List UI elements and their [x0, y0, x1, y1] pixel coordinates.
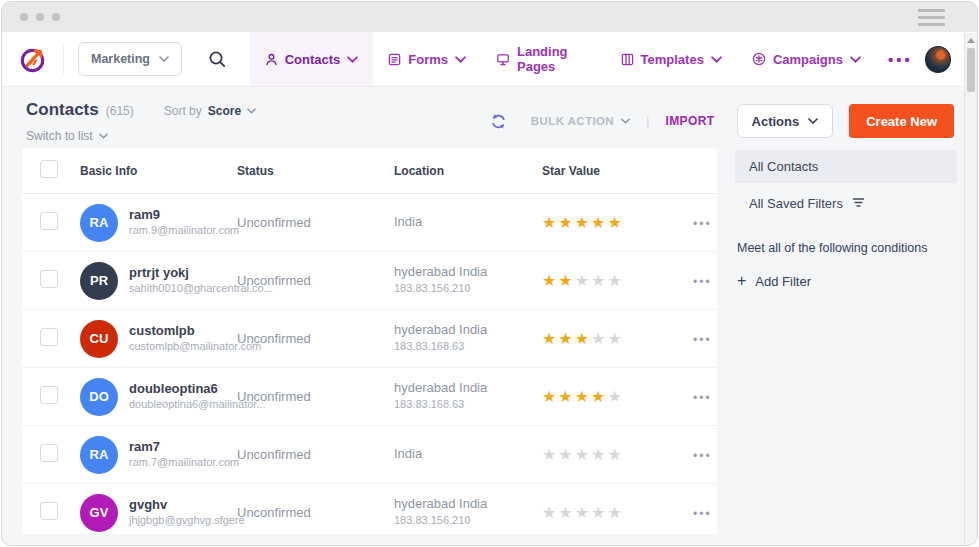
- star-empty-icon[interactable]: ★: [575, 273, 589, 289]
- create-new-button[interactable]: Create New: [849, 104, 954, 138]
- row-checkbox[interactable]: [40, 444, 58, 462]
- star-filled-icon[interactable]: ★: [607, 215, 621, 231]
- nav-menu-item[interactable]: Forms: [373, 32, 481, 86]
- star-empty-icon[interactable]: ★: [607, 447, 621, 463]
- row-menu-button[interactable]: [687, 500, 717, 526]
- chevron-down-icon: [99, 133, 108, 139]
- import-button[interactable]: IMPORT: [665, 114, 714, 128]
- star-filled-icon[interactable]: ★: [542, 273, 556, 289]
- person-icon: [265, 53, 278, 66]
- contact-avatar: CU: [80, 320, 118, 358]
- template-icon: [621, 53, 634, 66]
- row-menu-button[interactable]: [687, 384, 717, 410]
- engagebay-logo[interactable]: [18, 32, 63, 86]
- row-menu-button[interactable]: [687, 210, 717, 236]
- nav-more-button[interactable]: [876, 32, 925, 86]
- chevron-down-icon: [808, 118, 818, 124]
- star-filled-icon[interactable]: ★: [542, 331, 556, 347]
- browser-menu-icon[interactable]: [918, 9, 945, 26]
- star-empty-icon[interactable]: ★: [558, 447, 572, 463]
- add-filter-button[interactable]: + Add Filter: [737, 272, 955, 290]
- star-filled-icon[interactable]: ★: [558, 273, 572, 289]
- star-empty-icon[interactable]: ★: [591, 273, 605, 289]
- chevron-down-icon: [455, 56, 466, 63]
- contact-row[interactable]: CU customlpb customlpb@mailinator.com Un…: [22, 310, 717, 368]
- chevron-down-icon: [711, 56, 722, 63]
- star-empty-icon[interactable]: ★: [542, 447, 556, 463]
- contact-status: Unconfirmed: [237, 331, 394, 346]
- scrollbar-thumb[interactable]: [967, 48, 975, 92]
- contact-ip: 183.83.168.63: [394, 397, 542, 412]
- star-empty-icon[interactable]: ★: [575, 447, 589, 463]
- contact-avatar: PR: [80, 262, 118, 300]
- star-empty-icon[interactable]: ★: [607, 389, 621, 405]
- row-checkbox[interactable]: [40, 212, 58, 230]
- page-title: Contacts: [26, 100, 99, 120]
- star-filled-icon[interactable]: ★: [591, 215, 605, 231]
- contact-location: hyderabad India: [394, 380, 542, 397]
- star-rating: ★★★★★: [542, 447, 687, 463]
- contact-email: ram.7@mailinator.com: [129, 455, 239, 469]
- sort-by-dropdown[interactable]: Sort by Score: [164, 104, 256, 118]
- row-menu-button[interactable]: [687, 268, 717, 294]
- star-empty-icon[interactable]: ★: [607, 505, 621, 521]
- actions-button[interactable]: Actions: [737, 104, 834, 138]
- star-empty-icon[interactable]: ★: [575, 505, 589, 521]
- star-empty-icon[interactable]: ★: [607, 273, 621, 289]
- select-all-checkbox[interactable]: [40, 160, 58, 178]
- star-empty-icon[interactable]: ★: [591, 447, 605, 463]
- star-empty-icon[interactable]: ★: [591, 331, 605, 347]
- star-empty-icon[interactable]: ★: [542, 505, 556, 521]
- nav-menu-item[interactable]: Campaigns: [737, 32, 876, 86]
- scrollbar-up-icon[interactable]: [967, 38, 975, 43]
- contact-row[interactable]: RA ram7 ram.7@mailinator.com Unconfirmed…: [22, 426, 717, 484]
- star-rating: ★★★★★: [542, 273, 687, 289]
- star-filled-icon[interactable]: ★: [558, 389, 572, 405]
- contact-row[interactable]: GV gvghv jhjgbgb@gvghvg.sfgere Unconfirm…: [22, 484, 717, 534]
- sidebar-item-all-contacts[interactable]: All Contacts: [735, 150, 957, 183]
- star-filled-icon[interactable]: ★: [542, 215, 556, 231]
- contact-row[interactable]: DO doubleoptina6 doubleoptina6@mailinato…: [22, 368, 717, 426]
- contact-ip: 183.83.168.63: [394, 339, 542, 354]
- star-filled-icon[interactable]: ★: [575, 215, 589, 231]
- contact-row[interactable]: RA ram9 ram.9@mailinator.com Unconfirmed…: [22, 194, 717, 252]
- window-dot-icon: [36, 13, 44, 21]
- vertical-scrollbar[interactable]: [964, 33, 977, 545]
- star-filled-icon[interactable]: ★: [575, 389, 589, 405]
- star-filled-icon[interactable]: ★: [558, 331, 572, 347]
- star-filled-icon[interactable]: ★: [542, 389, 556, 405]
- bulk-action-dropdown[interactable]: BULK ACTION: [531, 115, 630, 127]
- chevron-down-icon: [159, 56, 169, 62]
- search-icon[interactable]: [208, 50, 226, 68]
- star-filled-icon[interactable]: ★: [575, 331, 589, 347]
- star-filled-icon[interactable]: ★: [591, 389, 605, 405]
- window-dot-icon: [20, 13, 28, 21]
- row-menu-button[interactable]: [687, 442, 717, 468]
- row-checkbox[interactable]: [40, 386, 58, 404]
- star-empty-icon[interactable]: ★: [607, 331, 621, 347]
- chevron-down-icon: [850, 56, 861, 63]
- product-selector[interactable]: Marketing: [78, 42, 182, 76]
- user-avatar[interactable]: [925, 46, 951, 73]
- switch-to-list-toggle[interactable]: Switch to list: [26, 129, 256, 143]
- sidebar-item-all-saved-filters[interactable]: All Saved Filters: [735, 183, 957, 215]
- contact-location: India: [394, 214, 542, 231]
- column-header-status: Status: [237, 164, 394, 178]
- row-checkbox[interactable]: [40, 270, 58, 288]
- top-navbar: Marketing Contacts Forms: [2, 32, 977, 87]
- row-checkbox[interactable]: [40, 328, 58, 346]
- contact-location: hyderabad India: [394, 322, 542, 339]
- nav-menu-item[interactable]: Templates: [606, 32, 737, 86]
- row-checkbox[interactable]: [40, 502, 58, 520]
- contact-row[interactable]: PR prtrjt yokj sahith0010@gharcentral.co…: [22, 252, 717, 310]
- nav-menu-item[interactable]: Landing Pages: [481, 32, 606, 86]
- row-menu-button[interactable]: [687, 326, 717, 352]
- star-filled-icon[interactable]: ★: [558, 215, 572, 231]
- nav-menu-label: Templates: [641, 52, 704, 67]
- nav-menu-item[interactable]: Contacts: [250, 32, 374, 86]
- contact-ip: 183.83.156.210: [394, 513, 542, 528]
- nav-menu-label: Forms: [408, 52, 448, 67]
- star-empty-icon[interactable]: ★: [591, 505, 605, 521]
- star-empty-icon[interactable]: ★: [558, 505, 572, 521]
- refresh-icon[interactable]: [490, 113, 507, 130]
